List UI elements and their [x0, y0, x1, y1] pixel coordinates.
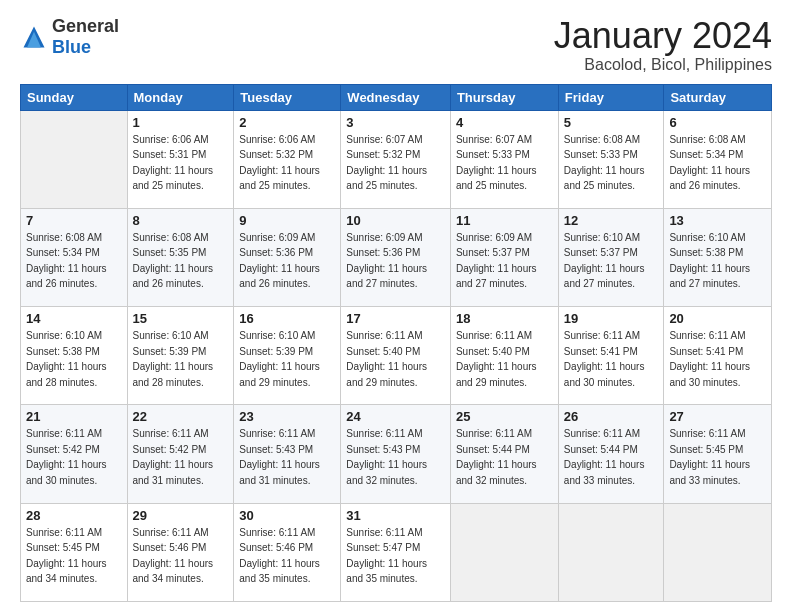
logo-general: General — [52, 16, 119, 36]
day-number: 17 — [346, 311, 445, 326]
day-number: 10 — [346, 213, 445, 228]
calendar-header-thursday: Thursday — [450, 84, 558, 110]
day-info: Sunrise: 6:10 AMSunset: 5:38 PMDaylight:… — [669, 230, 766, 292]
calendar-header-monday: Monday — [127, 84, 234, 110]
day-info: Sunrise: 6:11 AMSunset: 5:44 PMDaylight:… — [564, 426, 659, 488]
day-info: Sunrise: 6:10 AMSunset: 5:39 PMDaylight:… — [133, 328, 229, 390]
day-number: 1 — [133, 115, 229, 130]
day-number: 12 — [564, 213, 659, 228]
table-row: 17Sunrise: 6:11 AMSunset: 5:40 PMDayligh… — [341, 307, 451, 405]
day-info: Sunrise: 6:09 AMSunset: 5:36 PMDaylight:… — [239, 230, 335, 292]
day-info: Sunrise: 6:07 AMSunset: 5:33 PMDaylight:… — [456, 132, 553, 194]
table-row: 13Sunrise: 6:10 AMSunset: 5:38 PMDayligh… — [664, 208, 772, 306]
day-info: Sunrise: 6:11 AMSunset: 5:46 PMDaylight:… — [239, 525, 335, 587]
day-number: 21 — [26, 409, 122, 424]
table-row — [21, 110, 128, 208]
day-info: Sunrise: 6:08 AMSunset: 5:35 PMDaylight:… — [133, 230, 229, 292]
table-row: 27Sunrise: 6:11 AMSunset: 5:45 PMDayligh… — [664, 405, 772, 503]
table-row: 26Sunrise: 6:11 AMSunset: 5:44 PMDayligh… — [558, 405, 664, 503]
location: Bacolod, Bicol, Philippines — [554, 56, 772, 74]
day-info: Sunrise: 6:11 AMSunset: 5:46 PMDaylight:… — [133, 525, 229, 587]
day-info: Sunrise: 6:11 AMSunset: 5:41 PMDaylight:… — [564, 328, 659, 390]
table-row: 31Sunrise: 6:11 AMSunset: 5:47 PMDayligh… — [341, 503, 451, 601]
day-number: 23 — [239, 409, 335, 424]
calendar-header-friday: Friday — [558, 84, 664, 110]
day-number: 3 — [346, 115, 445, 130]
table-row: 3Sunrise: 6:07 AMSunset: 5:32 PMDaylight… — [341, 110, 451, 208]
day-number: 16 — [239, 311, 335, 326]
logo-text: General Blue — [52, 16, 119, 58]
day-number: 19 — [564, 311, 659, 326]
calendar-header-wednesday: Wednesday — [341, 84, 451, 110]
table-row: 14Sunrise: 6:10 AMSunset: 5:38 PMDayligh… — [21, 307, 128, 405]
day-number: 14 — [26, 311, 122, 326]
day-info: Sunrise: 6:11 AMSunset: 5:40 PMDaylight:… — [456, 328, 553, 390]
page: General Blue January 2024 Bacolod, Bicol… — [0, 0, 792, 612]
table-row: 29Sunrise: 6:11 AMSunset: 5:46 PMDayligh… — [127, 503, 234, 601]
day-info: Sunrise: 6:11 AMSunset: 5:42 PMDaylight:… — [133, 426, 229, 488]
calendar-week-3: 14Sunrise: 6:10 AMSunset: 5:38 PMDayligh… — [21, 307, 772, 405]
table-row — [450, 503, 558, 601]
table-row — [558, 503, 664, 601]
day-info: Sunrise: 6:10 AMSunset: 5:37 PMDaylight:… — [564, 230, 659, 292]
day-info: Sunrise: 6:08 AMSunset: 5:34 PMDaylight:… — [26, 230, 122, 292]
day-number: 18 — [456, 311, 553, 326]
day-info: Sunrise: 6:09 AMSunset: 5:37 PMDaylight:… — [456, 230, 553, 292]
day-number: 9 — [239, 213, 335, 228]
month-title: January 2024 — [554, 16, 772, 56]
day-number: 27 — [669, 409, 766, 424]
day-number: 11 — [456, 213, 553, 228]
day-info: Sunrise: 6:11 AMSunset: 5:40 PMDaylight:… — [346, 328, 445, 390]
day-info: Sunrise: 6:08 AMSunset: 5:34 PMDaylight:… — [669, 132, 766, 194]
day-number: 6 — [669, 115, 766, 130]
table-row: 24Sunrise: 6:11 AMSunset: 5:43 PMDayligh… — [341, 405, 451, 503]
calendar-week-2: 7Sunrise: 6:08 AMSunset: 5:34 PMDaylight… — [21, 208, 772, 306]
calendar-header-sunday: Sunday — [21, 84, 128, 110]
day-info: Sunrise: 6:06 AMSunset: 5:31 PMDaylight:… — [133, 132, 229, 194]
header: General Blue January 2024 Bacolod, Bicol… — [20, 16, 772, 74]
table-row: 22Sunrise: 6:11 AMSunset: 5:42 PMDayligh… — [127, 405, 234, 503]
table-row: 11Sunrise: 6:09 AMSunset: 5:37 PMDayligh… — [450, 208, 558, 306]
day-info: Sunrise: 6:11 AMSunset: 5:45 PMDaylight:… — [26, 525, 122, 587]
day-info: Sunrise: 6:06 AMSunset: 5:32 PMDaylight:… — [239, 132, 335, 194]
table-row: 20Sunrise: 6:11 AMSunset: 5:41 PMDayligh… — [664, 307, 772, 405]
logo-blue: Blue — [52, 37, 91, 57]
logo: General Blue — [20, 16, 119, 58]
day-number: 31 — [346, 508, 445, 523]
table-row: 18Sunrise: 6:11 AMSunset: 5:40 PMDayligh… — [450, 307, 558, 405]
table-row: 15Sunrise: 6:10 AMSunset: 5:39 PMDayligh… — [127, 307, 234, 405]
day-number: 30 — [239, 508, 335, 523]
day-number: 7 — [26, 213, 122, 228]
table-row: 1Sunrise: 6:06 AMSunset: 5:31 PMDaylight… — [127, 110, 234, 208]
day-info: Sunrise: 6:09 AMSunset: 5:36 PMDaylight:… — [346, 230, 445, 292]
table-row: 7Sunrise: 6:08 AMSunset: 5:34 PMDaylight… — [21, 208, 128, 306]
table-row: 25Sunrise: 6:11 AMSunset: 5:44 PMDayligh… — [450, 405, 558, 503]
table-row: 2Sunrise: 6:06 AMSunset: 5:32 PMDaylight… — [234, 110, 341, 208]
table-row: 12Sunrise: 6:10 AMSunset: 5:37 PMDayligh… — [558, 208, 664, 306]
day-number: 29 — [133, 508, 229, 523]
day-info: Sunrise: 6:11 AMSunset: 5:42 PMDaylight:… — [26, 426, 122, 488]
calendar-table: SundayMondayTuesdayWednesdayThursdayFrid… — [20, 84, 772, 602]
day-info: Sunrise: 6:11 AMSunset: 5:47 PMDaylight:… — [346, 525, 445, 587]
table-row: 30Sunrise: 6:11 AMSunset: 5:46 PMDayligh… — [234, 503, 341, 601]
day-number: 25 — [456, 409, 553, 424]
day-number: 26 — [564, 409, 659, 424]
calendar-week-1: 1Sunrise: 6:06 AMSunset: 5:31 PMDaylight… — [21, 110, 772, 208]
day-number: 22 — [133, 409, 229, 424]
calendar-week-4: 21Sunrise: 6:11 AMSunset: 5:42 PMDayligh… — [21, 405, 772, 503]
day-info: Sunrise: 6:11 AMSunset: 5:43 PMDaylight:… — [346, 426, 445, 488]
table-row: 19Sunrise: 6:11 AMSunset: 5:41 PMDayligh… — [558, 307, 664, 405]
calendar-header-row: SundayMondayTuesdayWednesdayThursdayFrid… — [21, 84, 772, 110]
day-info: Sunrise: 6:11 AMSunset: 5:44 PMDaylight:… — [456, 426, 553, 488]
day-info: Sunrise: 6:11 AMSunset: 5:41 PMDaylight:… — [669, 328, 766, 390]
table-row: 9Sunrise: 6:09 AMSunset: 5:36 PMDaylight… — [234, 208, 341, 306]
day-number: 13 — [669, 213, 766, 228]
day-info: Sunrise: 6:11 AMSunset: 5:43 PMDaylight:… — [239, 426, 335, 488]
calendar-header-saturday: Saturday — [664, 84, 772, 110]
table-row: 23Sunrise: 6:11 AMSunset: 5:43 PMDayligh… — [234, 405, 341, 503]
table-row: 16Sunrise: 6:10 AMSunset: 5:39 PMDayligh… — [234, 307, 341, 405]
day-number: 4 — [456, 115, 553, 130]
table-row — [664, 503, 772, 601]
day-number: 24 — [346, 409, 445, 424]
calendar-week-5: 28Sunrise: 6:11 AMSunset: 5:45 PMDayligh… — [21, 503, 772, 601]
